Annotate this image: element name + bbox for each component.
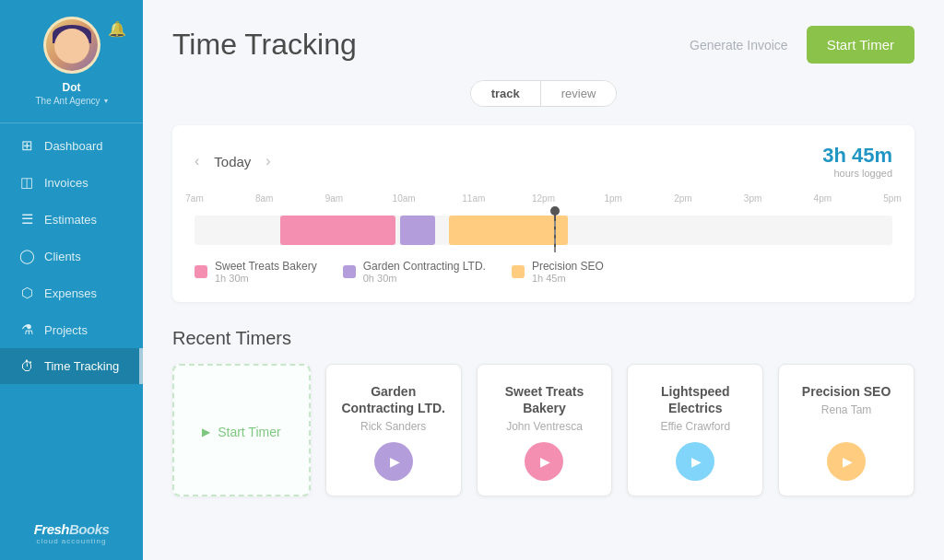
block-garden-contracting bbox=[400, 216, 435, 245]
timer-card-sweet-treats: Sweet Treats Bakery John Ventresca ▶ bbox=[477, 364, 613, 496]
timeline-ruler: 7am 8am 9am 10am 11am 12pm 1pm 2pm 3pm 4… bbox=[195, 193, 892, 210]
tab-review[interactable]: review bbox=[541, 81, 617, 106]
legend-sweet-treats: Sweet Treats Bakery 1h 30m bbox=[195, 260, 317, 284]
start-timer-button[interactable]: Start Timer bbox=[807, 26, 914, 64]
block-sweet-treats bbox=[280, 216, 395, 245]
block-precision-seo bbox=[449, 216, 568, 245]
expenses-icon: ⬡ bbox=[18, 285, 35, 301]
sidebar-divider bbox=[0, 122, 143, 123]
page-title: Time Tracking bbox=[172, 28, 357, 62]
timer-person-sweet-treats: John Ventresca bbox=[492, 420, 597, 433]
legend-name-sweet-treats: Sweet Treats Bakery bbox=[215, 260, 317, 273]
hours-label: hours logged bbox=[822, 168, 892, 179]
time-12pm: 12pm bbox=[532, 193, 555, 204]
legend-time-sweet-treats: 1h 30m bbox=[215, 273, 317, 284]
page-header: Time Tracking Generate Invoice Start Tim… bbox=[172, 26, 914, 64]
legend-precision-seo: Precision SEO 1h 45m bbox=[512, 260, 604, 284]
next-arrow[interactable]: › bbox=[266, 153, 270, 169]
legend-name-precision-seo: Precision SEO bbox=[532, 260, 604, 273]
timeline-header: ‹ Today › 3h 45m hours logged bbox=[195, 144, 892, 179]
timeline-card: ‹ Today › 3h 45m hours logged 7am 8am 9a… bbox=[172, 125, 914, 302]
time-9am: 9am bbox=[325, 193, 343, 204]
play-button-sweet-treats[interactable]: ▶ bbox=[525, 442, 563, 481]
play-button-garden-contracting[interactable]: ▶ bbox=[374, 442, 413, 481]
chevron-down-icon: ▾ bbox=[104, 97, 108, 105]
projects-icon: ⚗ bbox=[18, 321, 35, 338]
time-tracking-icon: ⏱ bbox=[18, 358, 35, 374]
tabs: track review bbox=[470, 80, 618, 107]
user-name: Dot bbox=[63, 81, 81, 94]
tab-track[interactable]: track bbox=[471, 81, 540, 106]
hours-logged: 3h 45m hours logged bbox=[822, 144, 892, 179]
sidebar-item-estimates[interactable]: ☰ Estimates bbox=[0, 201, 143, 238]
tabs-container: track review bbox=[172, 80, 914, 107]
time-4pm: 4pm bbox=[814, 193, 832, 204]
header-actions: Generate Invoice Start Timer bbox=[690, 26, 914, 64]
time-5pm: 5pm bbox=[883, 193, 901, 204]
sidebar-item-invoices[interactable]: ◫ Invoices bbox=[0, 164, 143, 201]
estimates-icon: ☰ bbox=[18, 211, 35, 228]
time-7am: 7am bbox=[185, 193, 203, 204]
hours-value: 3h 45m bbox=[822, 144, 892, 168]
generate-invoice-button[interactable]: Generate Invoice bbox=[690, 38, 788, 52]
legend-dot-garden-contracting bbox=[343, 265, 356, 278]
play-icon-sweet-treats: ▶ bbox=[540, 454, 550, 469]
timer-card-garden-contracting: Garden Contracting LTD. Rick Sanders ▶ bbox=[325, 364, 462, 496]
sidebar-nav: ⊞ Dashboard ◫ Invoices ☰ Estimates ◯ Cli… bbox=[0, 127, 143, 510]
timer-company-garden-contracting: Garden Contracting LTD. bbox=[341, 383, 446, 416]
user-company[interactable]: The Ant Agency ▾ bbox=[35, 96, 107, 106]
add-timer-card[interactable]: ▶ Start Timer bbox=[172, 364, 311, 496]
sidebar-item-time-tracking[interactable]: ⏱ Time Tracking bbox=[0, 348, 143, 384]
timeline-bar-area bbox=[195, 216, 892, 245]
legend-garden-contracting: Garden Contracting LTD. 0h 30m bbox=[343, 260, 486, 284]
timeline-nav: ‹ Today › bbox=[195, 153, 271, 169]
time-11am: 11am bbox=[462, 193, 485, 204]
legend-dot-precision-seo bbox=[512, 265, 525, 278]
play-button-lightspeed[interactable]: ▶ bbox=[676, 442, 714, 481]
time-10am: 10am bbox=[393, 193, 416, 204]
legend-name-garden-contracting: Garden Contracting LTD. bbox=[363, 260, 486, 273]
freshbooks-logo: FreshBooks cloud accounting bbox=[34, 510, 110, 560]
bell-icon[interactable]: 🔔 bbox=[108, 20, 126, 38]
sidebar-item-clients[interactable]: ◯ Clients bbox=[0, 238, 143, 274]
time-1pm: 1pm bbox=[604, 193, 621, 204]
play-icon-precision-seo: ▶ bbox=[843, 454, 853, 469]
recent-timers-section: Recent Timers ▶ Start Timer Garden Contr… bbox=[172, 328, 914, 496]
main-content: Time Tracking Generate Invoice Start Tim… bbox=[143, 0, 944, 560]
time-2pm: 2pm bbox=[674, 193, 691, 204]
recent-timers-title: Recent Timers bbox=[172, 328, 914, 349]
logo-name: FreshBooks bbox=[34, 521, 110, 537]
play-icon-garden-contracting: ▶ bbox=[390, 454, 400, 469]
timer-card-precision-seo: Precision SEO Rena Tam ▶ bbox=[778, 364, 914, 496]
today-label: Today bbox=[214, 154, 251, 169]
timers-grid: ▶ Start Timer Garden Contracting LTD. Ri… bbox=[172, 364, 914, 496]
sidebar-user-section: 🔔 Dot The Ant Agency ▾ bbox=[0, 0, 143, 119]
timer-person-precision-seo: Rena Tam bbox=[802, 403, 891, 416]
sidebar-item-dashboard[interactable]: ⊞ Dashboard bbox=[0, 127, 143, 164]
legend-dot-sweet-treats bbox=[195, 265, 207, 278]
play-button-precision-seo[interactable]: ▶ bbox=[827, 442, 866, 481]
sidebar-item-expenses[interactable]: ⬡ Expenses bbox=[0, 274, 143, 311]
prev-arrow[interactable]: ‹ bbox=[195, 153, 199, 169]
timer-company-sweet-treats: Sweet Treats Bakery bbox=[492, 383, 597, 416]
time-8am: 8am bbox=[255, 193, 273, 204]
sidebar-item-projects[interactable]: ⚗ Projects bbox=[0, 311, 143, 348]
time-3pm: 3pm bbox=[744, 193, 761, 204]
play-icon-lightspeed: ▶ bbox=[691, 454, 702, 469]
timer-person-lightspeed: Effie Crawford bbox=[643, 420, 748, 433]
timer-company-precision-seo: Precision SEO bbox=[802, 383, 891, 400]
timeline-legend: Sweet Treats Bakery 1h 30m Garden Contra… bbox=[195, 260, 892, 284]
current-time-line bbox=[554, 212, 556, 249]
timer-person-garden-contracting: Rick Sanders bbox=[341, 420, 446, 433]
sidebar: 🔔 Dot The Ant Agency ▾ ⊞ Dashboard ◫ Inv… bbox=[0, 0, 143, 560]
add-timer-label: ▶ Start Timer bbox=[202, 425, 280, 439]
avatar bbox=[43, 17, 100, 74]
legend-time-garden-contracting: 0h 30m bbox=[363, 273, 486, 284]
current-time-dot bbox=[550, 206, 560, 216]
legend-time-precision-seo: 1h 45m bbox=[532, 273, 604, 284]
invoices-icon: ◫ bbox=[18, 174, 35, 191]
current-time-dashes bbox=[554, 221, 556, 252]
dashboard-icon: ⊞ bbox=[18, 137, 35, 154]
play-triangle-icon: ▶ bbox=[202, 426, 210, 438]
timer-card-lightspeed: Lightspeed Electrics Effie Crawford ▶ bbox=[627, 364, 763, 496]
